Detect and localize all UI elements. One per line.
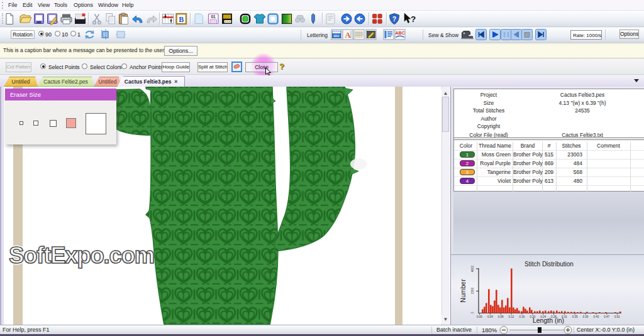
svg-text:0: 0 — [471, 312, 474, 313]
svg-text:0.31: 0.31 — [562, 315, 567, 318]
svg-text:0.47: 0.47 — [604, 315, 609, 318]
svg-text:0.24: 0.24 — [540, 315, 546, 318]
svg-text:B: B — [179, 15, 184, 24]
svg-text:0.04: 0.04 — [487, 315, 493, 318]
svg-text:0.35: 0.35 — [572, 315, 578, 318]
svg-text:0.08: 0.08 — [498, 315, 504, 318]
svg-text:0.51: 0.51 — [614, 315, 620, 318]
svg-text:Stitch Distribution: Stitch Distribution — [525, 261, 574, 268]
svg-text:0.00: 0.00 — [477, 315, 482, 318]
svg-text:?: ? — [411, 14, 416, 24]
svg-text:A: A — [345, 31, 350, 40]
svg-text:0.28: 0.28 — [551, 315, 557, 318]
svg-text:0.43: 0.43 — [594, 315, 599, 318]
svg-text:0.16: 0.16 — [519, 315, 525, 318]
svg-text:ABC: ABC — [395, 31, 404, 35]
svg-text:01: 01 — [211, 14, 216, 19]
svg-text:2306: 2306 — [471, 287, 474, 294]
svg-text:0.39: 0.39 — [583, 315, 589, 318]
svg-text:Length (in): Length (in) — [533, 317, 564, 324]
svg-text:0.12: 0.12 — [509, 315, 514, 318]
svg-text:Number: Number — [459, 279, 467, 303]
svg-text:abc: abc — [334, 34, 340, 38]
svg-text:?: ? — [392, 15, 396, 23]
svg-text:0.20: 0.20 — [530, 315, 535, 318]
svg-text:4602: 4602 — [471, 265, 474, 272]
